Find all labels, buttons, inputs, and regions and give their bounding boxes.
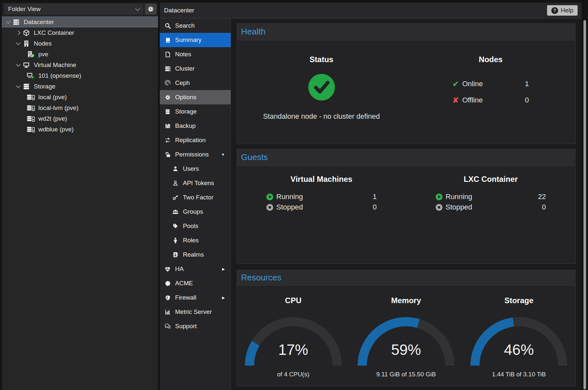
arrow-right-icon: ▶ — [222, 267, 225, 271]
tree-item-label: local-lvm (pve) — [38, 104, 79, 112]
menu-item-firewall[interactable]: Firewall ▶ — [160, 290, 231, 305]
cube-icon — [22, 29, 31, 36]
health-status-column: Status Standalone node - no cluster defi… — [237, 40, 406, 144]
help-button[interactable]: ? Help — [547, 5, 578, 16]
vertical-scrollbar[interactable] — [582, 3, 588, 390]
row-value: 0 — [542, 203, 546, 211]
menu-item-support[interactable]: Support — [160, 319, 231, 333]
menu-item-label: Roles — [183, 237, 199, 244]
menu-item-acme[interactable]: ACME — [160, 276, 231, 290]
menu-item-users[interactable]: Users — [160, 162, 231, 176]
arrow-right-icon: ▶ — [222, 296, 225, 300]
tree-item-storage[interactable]: Storage — [2, 81, 158, 92]
ceph-rings-icon — [164, 80, 172, 86]
database-icon — [164, 108, 172, 115]
memory-caption: 9.11 GiB of 15.50 GiB — [350, 371, 462, 378]
storage-heading: Storage — [463, 296, 575, 305]
health-panel: Health Status Standalone node - no clust… — [236, 23, 576, 144]
heartbeat-icon — [164, 266, 172, 272]
storage-volume-icon — [27, 115, 35, 122]
shield-icon — [164, 294, 172, 301]
menu-item-backup[interactable]: Backup — [160, 119, 231, 133]
tree-item-storage-local[interactable]: local (pve) — [2, 92, 158, 102]
tree-item-label: wd2t (pve) — [38, 115, 67, 122]
tree-item-storage-wdblue[interactable]: wdblue (pve) — [2, 124, 158, 135]
monitor-icon — [22, 61, 31, 69]
view-mode-select[interactable]: Folder View — [5, 4, 143, 14]
nodes-offline-row: ✘ Offline 0 — [453, 92, 529, 108]
menu-item-roles[interactable]: Roles — [160, 233, 231, 248]
cpu-gauge-column: CPU 17% of 4 CPU(s) — [237, 286, 350, 386]
row-value: 1 — [373, 193, 377, 201]
tree-item-storage-local-lvm[interactable]: local-lvm (pve) — [2, 102, 158, 113]
chevron-down-icon — [135, 6, 140, 11]
datacenter-menu-pane: Datacenter Search Summary — [160, 3, 231, 390]
health-nodes-column: Nodes ✔ Online 1 ✘ Offline 0 — [406, 40, 575, 144]
unlock-icon — [164, 151, 172, 158]
cpu-percent: 17% — [245, 341, 342, 358]
menu-item-label: Metric Server — [175, 308, 212, 316]
menu-item-label: Summary — [175, 36, 201, 44]
expander-collapse-icon[interactable] — [16, 64, 21, 66]
tree-item-storage-wd2t[interactable]: wd2t (pve) — [2, 113, 158, 124]
server-stack-icon — [164, 65, 172, 72]
tree-item-virtual-machine[interactable]: Virtual Machine — [2, 60, 158, 70]
sync-arrows-icon — [164, 137, 172, 143]
menu-item-search[interactable]: Search — [160, 19, 231, 33]
menu-item-api-tokens[interactable]: API Tokens — [160, 176, 231, 190]
menu-item-two-factor[interactable]: Two Factor — [160, 190, 231, 205]
memory-heading: Memory — [350, 296, 462, 305]
expander-expand-icon[interactable] — [16, 31, 21, 34]
menu-item-replication[interactable]: Replication — [160, 133, 231, 147]
menu-item-label: Notes — [175, 51, 191, 58]
tree-item-vm-101[interactable]: 101 (opnsense) — [2, 70, 158, 81]
tree-item-label: Nodes — [34, 40, 52, 47]
tree-item-pve[interactable]: pve — [2, 49, 158, 60]
caret-down-icon: ▼ — [221, 153, 225, 156]
key-icon — [172, 194, 179, 201]
menu-item-groups[interactable]: Groups — [160, 205, 231, 219]
menu-item-summary[interactable]: Summary — [160, 33, 231, 47]
menu-item-label: Replication — [175, 137, 206, 144]
menu-item-storage[interactable]: Storage — [160, 104, 231, 119]
content-pane: ? Help Health Status — [231, 3, 582, 390]
storage-volume-icon — [27, 126, 35, 133]
vm-heading: Virtual Machines — [237, 175, 406, 184]
tree-item-datacenter[interactable]: Datacenter — [2, 17, 158, 27]
person-icon — [172, 237, 179, 244]
book-icon — [164, 37, 172, 43]
cross-icon: ✘ — [453, 96, 462, 105]
tree-item-label: 101 (opnsense) — [38, 72, 81, 79]
lxc-heading: LXC Container — [406, 175, 575, 184]
row-label: Stopped — [276, 203, 303, 211]
menu-item-cluster[interactable]: Cluster — [160, 61, 231, 76]
menu-item-realms[interactable]: Realms — [160, 248, 231, 262]
expander-collapse-icon[interactable] — [6, 21, 11, 23]
memory-gauge: 59% — [357, 317, 455, 366]
menu-item-label: Pools — [183, 222, 198, 230]
tree-item-lxc-container[interactable]: LXC Container — [2, 27, 158, 38]
tree-settings-button[interactable] — [145, 4, 157, 15]
menu-item-options[interactable]: Options — [160, 90, 231, 104]
menu-item-ceph[interactable]: Ceph — [160, 76, 231, 90]
guests-panel-header: Guests — [236, 149, 576, 166]
guests-vm-column: Virtual Machines Running 1 Stopped 0 — [237, 166, 406, 263]
row-label: Stopped — [446, 203, 472, 211]
menu-item-pools[interactable]: Pools — [160, 219, 231, 233]
menu-item-metric-server[interactable]: Metric Server — [160, 305, 231, 319]
scrollbar-thumb[interactable] — [583, 20, 586, 389]
tree-item-nodes[interactable]: Nodes — [2, 38, 158, 49]
expander-collapse-icon[interactable] — [16, 43, 21, 45]
menu-item-notes[interactable]: Notes — [160, 47, 231, 61]
menu-item-label: Search — [175, 22, 195, 29]
menu-item-permissions[interactable]: Permissions ▼ — [160, 147, 231, 162]
resource-tree-pane: Folder View — [2, 3, 158, 390]
tree-item-label: wdblue (pve) — [38, 126, 74, 133]
menu-item-label: API Tokens — [183, 180, 214, 187]
menu-item-ha[interactable]: HA ▶ — [160, 262, 231, 276]
expander-collapse-icon[interactable] — [16, 86, 21, 87]
proxmox-app: Folder View — [0, 0, 588, 390]
tree-item-label: Storage — [34, 83, 56, 90]
question-circle-icon: ? — [551, 7, 558, 14]
storage-gauge-column: Storage 46% 1.44 TiB of 3.10 TiB — [463, 286, 575, 386]
